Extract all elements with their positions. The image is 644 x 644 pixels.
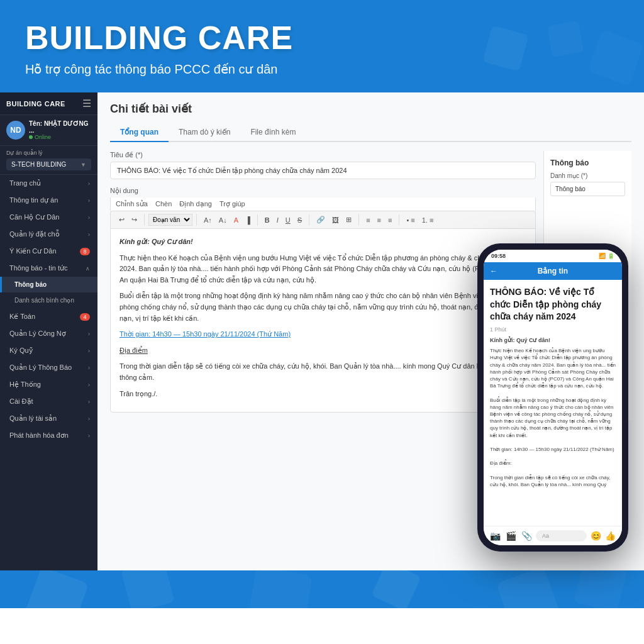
sidebar-item-hethong[interactable]: Hệ Thống › bbox=[0, 376, 97, 393]
hamburger-icon[interactable]: ☰ bbox=[82, 97, 91, 109]
editor-menu-chinhsua[interactable]: Chỉnh sửa bbox=[116, 200, 148, 208]
table-button[interactable]: ⊞ bbox=[343, 214, 355, 226]
project-section: Dự án quản lý S-TECH BUILDING ▼ bbox=[0, 146, 97, 175]
paragraph-select[interactable]: Đoạn văn bbox=[148, 214, 192, 226]
editor-location-label: Địa điểm bbox=[119, 345, 526, 357]
title-field-label: Tiêu đề (*) bbox=[110, 151, 536, 159]
chevron-icon: › bbox=[88, 382, 90, 388]
phone-signal: 📶 🔋 bbox=[599, 253, 614, 259]
editor-toolbar: ↩ ↪ Đoạn văn A↑ A↓ A bbox=[110, 211, 536, 228]
chevron-icon: › bbox=[88, 416, 90, 422]
tab-file[interactable]: File đính kèm bbox=[240, 123, 306, 142]
phone-video-icon[interactable]: 🎬 bbox=[506, 531, 516, 541]
image-button[interactable]: 🖼 bbox=[329, 214, 342, 226]
align-center-button[interactable]: ≡ bbox=[374, 214, 384, 226]
svg-rect-0 bbox=[482, 25, 528, 71]
user-section: ND Tên: NHẬT DƯƠNG ... Online bbox=[0, 115, 97, 146]
redo-button[interactable]: ↪ bbox=[128, 214, 140, 226]
bold-button[interactable]: B bbox=[262, 214, 273, 226]
link-button[interactable]: 🔗 bbox=[313, 214, 328, 226]
editor-menu-trogup[interactable]: Trợ giúp bbox=[219, 200, 245, 208]
sidebar-item-trangchu[interactable]: Trang chủ › bbox=[0, 175, 97, 192]
category-label: Danh mục (*) bbox=[550, 172, 625, 179]
sidebar-item-danhsachbinchon[interactable]: Danh sách bình chọn bbox=[0, 292, 97, 308]
bg-color-button[interactable]: ▐ bbox=[242, 214, 253, 226]
phone-nav-bar: ← Bảng tin bbox=[484, 262, 622, 280]
chevron-icon: › bbox=[88, 433, 90, 439]
phone-mockup: 09:58 📶 🔋 ← Bảng tin THÔNG BÁO: Về việc … bbox=[477, 243, 641, 570]
chevron-icon: › bbox=[88, 365, 90, 371]
phone-time: 09:58 bbox=[491, 253, 506, 259]
tab-tongquan[interactable]: Tổng quan bbox=[110, 123, 169, 142]
tab-thamdo[interactable]: Tham dò ý kiến bbox=[169, 123, 240, 142]
online-badge: Online bbox=[29, 134, 91, 140]
svg-rect-2 bbox=[587, 30, 644, 86]
sidebar-item-canhodudan[interactable]: Căn Hộ Cư Dân › bbox=[0, 209, 97, 226]
list-bullet-button[interactable]: • ≡ bbox=[403, 214, 418, 226]
editor-menu-bar: Chỉnh sửa Chèn Định dạng Trợ giúp bbox=[110, 197, 536, 211]
svg-rect-1 bbox=[547, 21, 584, 57]
sidebar-item-quanlythongbao[interactable]: Quản Lý Thông Báo › bbox=[0, 359, 97, 376]
phone-file-icon[interactable]: 📎 bbox=[521, 531, 532, 541]
chevron-icon: › bbox=[88, 331, 90, 337]
chevron-icon: › bbox=[88, 231, 90, 238]
sidebar-item-quanlydatcho[interactable]: Quản lý đặt chỗ › bbox=[0, 226, 97, 243]
sidebar-item-phathanhoadon[interactable]: Phát hành hóa đơn › bbox=[0, 427, 97, 444]
sidebar-item-ykiendudan[interactable]: Ý Kiến Cư Dân 8 bbox=[0, 243, 97, 260]
underline-button[interactable]: U bbox=[282, 214, 294, 226]
font-size-down-button[interactable]: A↓ bbox=[216, 214, 230, 226]
editor-para1: Thực hiện theo Kế hoạch của Bệnh viện un… bbox=[119, 253, 526, 286]
sidebar-item-quanlycongno[interactable]: Quản Lý Công Nợ › bbox=[0, 325, 97, 342]
sidebar-item-ketoan[interactable]: Kế Toán 4 bbox=[0, 308, 97, 325]
nav-items: Trang chủ › Thông tin dự án › Căn Hộ Cư … bbox=[0, 175, 97, 570]
editor-menu-chen[interactable]: Chèn bbox=[155, 200, 172, 208]
sidebar-item-quanlytaisan[interactable]: Quản lý tài sản › bbox=[0, 410, 97, 427]
bottom-decoration bbox=[0, 570, 644, 608]
chevron-icon: › bbox=[88, 214, 90, 221]
bottom-svg bbox=[0, 570, 644, 608]
category-input[interactable] bbox=[550, 182, 625, 196]
sidebar-item-thongtinduan[interactable]: Thông tin dự án › bbox=[0, 192, 97, 209]
chevron-icon: ∧ bbox=[86, 265, 90, 272]
project-chevron-icon: ▼ bbox=[80, 162, 86, 168]
app-area: BUILDING CARE ☰ ND Tên: NHẬT DƯƠNG ... O… bbox=[0, 92, 644, 570]
phone-message-input[interactable]: Aa bbox=[536, 530, 587, 541]
editor-body[interactable]: Kính gửi: Quý Cư dân! Thực hiện theo Kế … bbox=[110, 228, 536, 413]
font-size-up-button[interactable]: A↑ bbox=[201, 214, 215, 226]
sidebar-brand: BUILDING CARE bbox=[6, 100, 65, 108]
content-field-label: Nội dung bbox=[110, 187, 536, 195]
italic-button[interactable]: I bbox=[274, 214, 282, 226]
strikethrough-button[interactable]: S bbox=[294, 214, 305, 226]
right-panel-title: Thông báo bbox=[550, 158, 625, 167]
undo-button[interactable]: ↩ bbox=[116, 214, 128, 226]
sidebar: BUILDING CARE ☰ ND Tên: NHẬT DƯƠNG ... O… bbox=[0, 92, 97, 570]
phone-camera-icon[interactable]: 📷 bbox=[490, 531, 501, 541]
sidebar-item-thongbao-tintuc[interactable]: Thông báo - tin tức ∧ bbox=[0, 260, 97, 277]
sidebar-item-caidat[interactable]: Cài Đặt › bbox=[0, 393, 97, 410]
chevron-icon: › bbox=[88, 399, 90, 405]
align-right-button[interactable]: ≡ bbox=[385, 214, 395, 226]
phone-status-bar: 09:58 📶 🔋 bbox=[484, 250, 622, 262]
editor-greeting: Kính gửi: Quý Cư dân! bbox=[119, 238, 193, 245]
editor-closing: Trân trọng./. bbox=[119, 389, 526, 400]
phone-bottom-bar: 📷 🎬 📎 Aa 😊 👍 bbox=[484, 526, 622, 545]
sidebar-item-thongbao[interactable]: Thông báo bbox=[0, 277, 97, 292]
phone-body-text: Thực hiện theo Kế hoạch của Bệnh viện un… bbox=[490, 347, 616, 488]
align-left-button[interactable]: ≡ bbox=[363, 214, 373, 226]
phone-emoji-icon[interactable]: 😊 bbox=[591, 531, 601, 541]
font-color-button[interactable]: A bbox=[231, 214, 242, 226]
phone-body-greeting: Kính gửi: Quý Cư dân! bbox=[490, 336, 616, 345]
sidebar-item-kyquy[interactable]: Ký Quỹ › bbox=[0, 342, 97, 359]
editor-para2: Buổi diễn tập là một trong những hoạt độ… bbox=[119, 291, 526, 324]
phone-back-icon[interactable]: ← bbox=[490, 267, 497, 275]
phone-article-title: THÔNG BÁO: Về việc Tổ chức Diễn tập phòn… bbox=[490, 286, 616, 323]
chevron-icon: › bbox=[88, 348, 90, 354]
title-input[interactable] bbox=[110, 162, 536, 179]
page-title: Chi tiết bài viết bbox=[110, 102, 631, 116]
project-select[interactable]: S-TECH BUILDING ▼ bbox=[6, 158, 91, 170]
phone-like-icon[interactable]: 👍 bbox=[605, 531, 616, 541]
editor-menu-dinhang[interactable]: Định dạng bbox=[179, 200, 212, 208]
avatar: ND bbox=[6, 121, 25, 140]
svg-rect-6 bbox=[247, 570, 313, 608]
list-number-button[interactable]: 1. ≡ bbox=[419, 214, 437, 226]
